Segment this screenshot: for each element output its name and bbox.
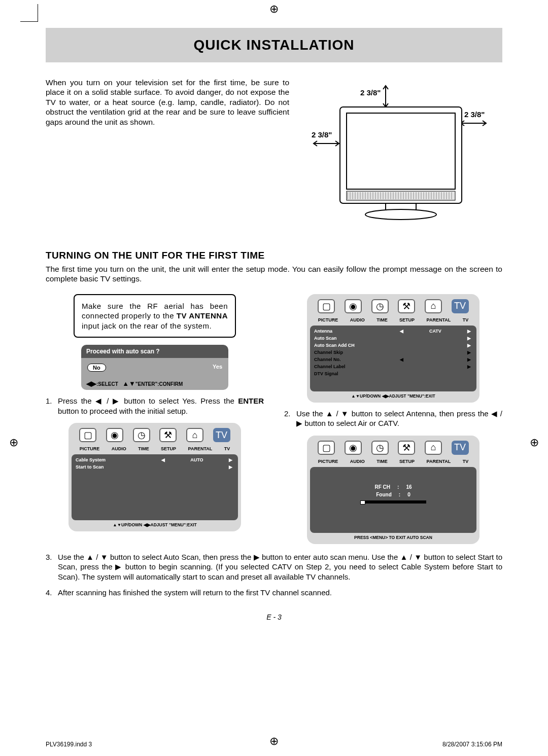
picture-icon: ▢ (79, 428, 96, 442)
menu-row: Channel Label▶ (314, 363, 472, 370)
step-2-text: Use the ▲ / ▼ button to select Antenna, … (296, 409, 502, 428)
right-arrow-icon: ▶ (227, 457, 234, 462)
left-arrow-icon: ◀ (398, 357, 405, 362)
setup-icon: ⚒ (398, 299, 415, 313)
registration-mark-left-icon: ⊕ (9, 436, 18, 449)
audio-icon: ◉ (106, 428, 123, 442)
menu-tab: TV (463, 459, 469, 464)
dialog-foot-confirm: "ENTER":CONFIRM (135, 381, 183, 387)
menu-item-value: CATV (405, 329, 465, 334)
right-arrow-icon: ▶ (465, 357, 472, 362)
footer-filename: PLV36199.indd 3 (46, 741, 92, 748)
parental-icon: ⌂ (186, 428, 203, 442)
section-heading: TURNING ON THE UNIT FOR THE FIRST TIME (46, 250, 502, 261)
menu-foot: ▲▼UP/DOWN ◀▶ADJUST "MENU":EXIT (72, 520, 238, 528)
step-number: 1. (46, 396, 55, 416)
rfch-value: 16 (406, 484, 412, 490)
dialog-yes-button: Yes (213, 364, 222, 372)
scan-body: RF CH:16 Found:0 (310, 467, 476, 533)
menu-tab: AUDIO (350, 317, 365, 322)
setup-menu-cable: ▢ ◉ ◷ ⚒ ⌂ TV PICTUREAUDIOTIMESETUPPARENT… (68, 423, 241, 531)
page-title: QUICK INSTALLATION (46, 28, 502, 62)
right-arrow-icon: ▶ (465, 343, 472, 348)
menu-row: Antenna◀CATV▶ (314, 328, 472, 335)
audio-icon: ◉ (345, 441, 362, 455)
left-arrow-icon: ◀ (398, 329, 405, 334)
parental-icon: ⌂ (425, 441, 442, 455)
menu-tab: AUDIO (350, 459, 365, 464)
crop-mark (20, 4, 38, 22)
step-number: 2. (284, 409, 293, 428)
menu-item-label: Start to Scan (76, 464, 160, 470)
step-number: 4. (46, 588, 55, 598)
time-icon: ◷ (371, 441, 389, 455)
antenna-note-box: Make sure the RF aerial has been connect… (74, 294, 236, 338)
intro-paragraph: When you turn on your television set for… (46, 78, 289, 235)
setup-icon: ⚒ (398, 441, 415, 455)
menu-tab: SETUP (399, 459, 415, 464)
step-1-text: Press the ◀ / ▶ button to select Yes. Pr… (58, 396, 264, 416)
right-arrow-icon: ▶ (465, 329, 472, 334)
step1-pre: Press the ◀ / ▶ button to select Yes. Pr… (58, 397, 238, 405)
menu-tab: TV (224, 446, 230, 451)
menu-item-label: Channel No. (314, 357, 398, 362)
menu-tab: PARENTAL (427, 317, 451, 322)
registration-mark-right-icon: ⊕ (530, 436, 539, 449)
dialog-no-button: No (87, 364, 106, 372)
menu-item-label: Antenna (314, 329, 398, 334)
right-arrow-icon: ▶ (465, 350, 472, 355)
right-arrow-icon: ▶ (465, 364, 472, 369)
left-arrow-icon: ◀ (160, 457, 167, 462)
menu-item-label: Auto Scan (314, 336, 398, 341)
menu-row: Auto Scan Add CH▶ (314, 342, 472, 349)
section-paragraph: The first time you turn on the unit, the… (46, 264, 502, 284)
step1-bold: ENTER (238, 397, 264, 405)
menu-tab: SETUP (161, 446, 176, 451)
step-number: 3. (46, 552, 55, 582)
clearance-left-label: 2 3/8" (312, 130, 332, 139)
time-icon: ◷ (133, 428, 150, 442)
menu-row: Cable System◀AUTO▶ (76, 456, 234, 463)
setup-icon: ⚒ (159, 428, 177, 442)
parental-icon: ⌂ (425, 299, 442, 313)
menu-tabs: PICTUREAUDIOTIMESETUPPARENTALTV (72, 445, 238, 454)
menu-row: Channel No.◀▶ (314, 356, 472, 363)
menu-tab: PARENTAL (427, 459, 451, 464)
menu-item-label: Cable System (76, 457, 160, 462)
scan-foot: PRESS <MENU> TO EXIT AUTO SCAN (310, 533, 476, 541)
menu-tab: TIME (376, 317, 388, 322)
scan-progress-screen: ▢ ◉ ◷ ⚒ ⌂ TV PICTUREAUDIOTIMESETUPPARENT… (307, 436, 480, 544)
dialog-foot-select: :SELECT (96, 381, 118, 387)
time-icon: ◷ (371, 299, 389, 313)
clearance-top-label: 2 3/8" (360, 88, 381, 97)
picture-icon: ▢ (318, 299, 335, 313)
menu-item-value: AUTO (167, 457, 227, 462)
tv-icon: TV (452, 299, 469, 313)
menu-tab: PARENTAL (188, 446, 213, 451)
tv-icon: TV (213, 428, 230, 442)
audio-icon: ◉ (345, 299, 362, 313)
menu-tab: SETUP (399, 317, 415, 322)
footer-timestamp: 8/28/2007 3:15:06 PM (442, 741, 502, 748)
menu-tabs: PICTUREAUDIOTIMESETUPPARENTALTV (310, 316, 476, 326)
menu-tabs: PICTUREAUDIOTIMESETUPPARENTALTV (310, 458, 476, 467)
setup-menu-antenna: ▢ ◉ ◷ ⚒ ⌂ TV PICTUREAUDIOTIMESETUPPARENT… (307, 294, 480, 403)
clearance-right-label: 2 3/8" (464, 110, 485, 119)
step-4-text: After scanning has finished the system w… (58, 588, 332, 598)
rfch-label: RF CH (374, 484, 390, 490)
menu-tab: PICTURE (318, 317, 338, 322)
right-arrow-icon: ▶ (465, 336, 472, 341)
menu-row: DTV Signal (314, 370, 472, 377)
dialog-title: Proceed with auto scan ? (81, 345, 228, 358)
scan-progress-bar (360, 500, 426, 503)
svg-rect-4 (347, 113, 455, 189)
picture-icon: ▢ (318, 441, 335, 455)
menu-body-cable: Cable System◀AUTO▶Start to Scan▶ (72, 454, 238, 520)
page-number: E - 3 (46, 613, 502, 621)
menu-item-label: Channel Skip (314, 350, 398, 355)
tv-icon: TV (452, 441, 469, 455)
note-text-post: input jack on the rear of the system. (82, 321, 212, 330)
menu-item-label: Auto Scan Add CH (314, 343, 398, 348)
menu-tab: TV (463, 317, 469, 322)
menu-row: Auto Scan▶ (314, 335, 472, 342)
